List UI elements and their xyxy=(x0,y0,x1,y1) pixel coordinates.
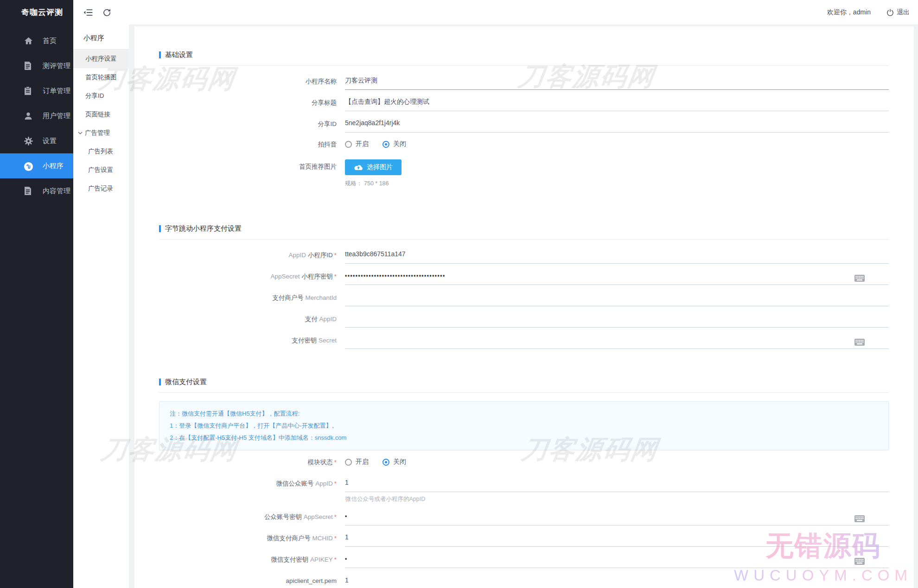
power-icon xyxy=(886,9,894,16)
field-label: 微信公众账号 AppID* xyxy=(159,480,345,492)
keyboard-icon[interactable] xyxy=(854,515,865,522)
field-label: 支付商户号 MerchantId xyxy=(159,294,345,306)
form-row: apiclient_cert.pem 1 xyxy=(159,576,889,588)
share-title-input[interactable]: 【点击查询】超火的心理测试 xyxy=(345,98,889,111)
form-row: 微信支付密钥 APIKEY* • xyxy=(159,547,889,568)
bd-merchantid-input[interactable] xyxy=(345,293,889,306)
title-accent-bar xyxy=(159,379,161,386)
image-spec-text: 规格： 750 * 186 xyxy=(345,180,889,188)
note-line: 1：登录【微信支付商户平台】，打开【产品中心-开发配置】。 xyxy=(170,420,878,432)
douyin-radio-group: 开启 关闭 xyxy=(345,140,889,153)
sidebar-item-users[interactable]: 用户管理 xyxy=(0,103,73,128)
form-row: 分享ID 5ne2jaq8a2f1j4rj4k xyxy=(159,111,889,133)
chevron-down-icon xyxy=(78,132,83,134)
form-row: AppID 小程序ID* ttea3b9c867511a147 xyxy=(159,242,889,264)
wx-mchid-input[interactable]: 1 xyxy=(345,533,889,547)
wx-appsecret-input[interactable]: • xyxy=(345,512,889,525)
logout-button[interactable]: 退出 xyxy=(886,8,910,17)
menu-fold-icon[interactable] xyxy=(83,8,93,17)
content-area[interactable]: 基础设置 小程序名称 刀客云评测 分享标题 【点击查询】超火的心理测试 xyxy=(129,25,918,588)
section-title: 字节跳动小程序支付设置 xyxy=(159,224,889,233)
submenu-item-ad-records[interactable]: 广告记录 xyxy=(73,179,129,198)
field-label: 首页推荐图片 xyxy=(159,153,345,175)
report-icon xyxy=(24,62,33,70)
form-row: 分享标题 【点击查询】超火的心理测试 xyxy=(159,90,889,111)
bd-pay-secret-input[interactable] xyxy=(345,335,889,349)
home-image-upload: 选择图片 规格： 750 * 186 xyxy=(345,153,889,191)
form-row: 微信公众账号 AppID* 1 xyxy=(159,471,889,492)
radio-circle xyxy=(345,459,352,466)
topbar: 欢迎你，admin 退出 xyxy=(73,0,918,25)
submenu-item-ad-management[interactable]: 广告管理 xyxy=(73,124,129,142)
sidebar-item-label: 订单管理 xyxy=(43,87,70,95)
miniapp-name-input[interactable]: 刀客云评测 xyxy=(345,76,889,90)
sidebar-item-content[interactable]: 内容管理 xyxy=(0,178,73,203)
miniprogram-icon xyxy=(24,162,33,171)
field-label: 模块状态* xyxy=(159,458,345,471)
wx-appid-input[interactable]: 1 xyxy=(345,479,889,492)
submenu-title: 小程序 xyxy=(73,25,129,49)
bd-appsecret-input[interactable]: •••••••••••••••••••••••••••••••••••••• xyxy=(345,272,889,285)
radio-module-off[interactable]: 关闭 xyxy=(382,458,406,466)
field-label: 小程序名称 xyxy=(159,77,345,90)
title-accent-bar xyxy=(159,51,161,58)
note-line: 2：在【支付配置-H5支付-H5 支付域名】中添加域名：snssdk.com xyxy=(170,432,878,444)
submenu-item-ad-settings[interactable]: 广告设置 xyxy=(73,161,129,179)
field-label: apiclient_cert.pem xyxy=(159,576,345,588)
radio-douyin-on[interactable]: 开启 xyxy=(345,140,369,148)
field-label: 支付密钥 Secret xyxy=(159,336,345,349)
keyboard-icon[interactable] xyxy=(854,558,865,565)
field-label: AppID 小程序ID* xyxy=(159,251,345,264)
radio-module-on[interactable]: 开启 xyxy=(345,458,369,466)
field-label: 分享标题 xyxy=(159,99,345,111)
choose-image-button[interactable]: 选择图片 xyxy=(345,159,402,175)
user-icon xyxy=(24,112,33,120)
submenu-item-miniprogram-settings[interactable]: 小程序设置 xyxy=(73,50,129,68)
keyboard-icon[interactable] xyxy=(854,339,865,346)
submenu-item-home-carousel[interactable]: 首页轮播图 xyxy=(73,68,129,87)
wx-apikey-input[interactable]: • xyxy=(345,555,889,568)
order-icon xyxy=(24,87,33,95)
section-wechat-pay: 微信支付设置 注：微信支付需开通【微信H5支付】，配置流程: 1：登录【微信支付… xyxy=(159,378,889,588)
share-id-input[interactable]: 5ne2jaq8a2f1j4rj4k xyxy=(345,119,889,133)
sidebar-item-orders[interactable]: 订单管理 xyxy=(0,78,73,103)
radio-circle xyxy=(382,459,389,466)
refresh-icon[interactable] xyxy=(103,8,112,17)
section-title: 基础设置 xyxy=(159,51,889,59)
main-nav: 首页 测评管理 订单管理 用户管理 设置 小程序 xyxy=(0,28,73,203)
field-hint: 微信公众号或者小程序的AppID xyxy=(345,492,889,504)
submenu-item-share-id[interactable]: 分享ID xyxy=(73,87,129,105)
keyboard-icon[interactable] xyxy=(854,275,865,282)
radio-circle xyxy=(382,141,389,148)
field-label: 公众账号密钥 AppSecret* xyxy=(159,513,345,525)
submenu-item-ad-list[interactable]: 广告列表 xyxy=(73,142,129,161)
sidebar-item-label: 首页 xyxy=(43,37,57,45)
sidebar-item-label: 用户管理 xyxy=(43,112,70,120)
form-row: 模块状态* 开启 关闭 xyxy=(159,450,889,471)
sidebar-item-evaluation[interactable]: 测评管理 xyxy=(0,53,73,78)
form-row: 小程序名称 刀客云评测 xyxy=(159,69,889,90)
cloud-upload-icon xyxy=(354,164,363,171)
wechat-pay-note: 注：微信支付需开通【微信H5支付】，配置流程: 1：登录【微信支付商户平台】，打… xyxy=(159,401,889,450)
radio-douyin-off[interactable]: 关闭 xyxy=(382,140,406,148)
form-row: 首页推荐图片 选择图片 规格： 750 * 186 xyxy=(159,153,889,196)
bd-appid-input[interactable]: ttea3b9c867511a147 xyxy=(345,250,889,264)
field-label: AppSecret 小程序密钥* xyxy=(159,272,345,285)
submenu: 小程序 小程序设置 首页轮播图 分享ID 页面链接 广告管理 广告列表 广告设置… xyxy=(73,25,129,588)
module-status-radio-group: 开启 关闭 xyxy=(345,458,889,471)
apiclient-cert-textarea[interactable]: 1 xyxy=(345,576,889,588)
sidebar-item-miniprogram[interactable]: 小程序 xyxy=(0,153,73,178)
gear-icon xyxy=(24,137,33,145)
sidebar-item-label: 内容管理 xyxy=(43,187,70,196)
form-row: 支付商户号 MerchantId xyxy=(159,285,889,306)
section-title: 微信支付设置 xyxy=(159,378,889,386)
welcome-text: 欢迎你，admin xyxy=(827,8,871,17)
bd-pay-appid-input[interactable] xyxy=(345,314,889,328)
form-row: 微信支付商户号 MCHID* 1 xyxy=(159,525,889,547)
sidebar-item-settings[interactable]: 设置 xyxy=(0,128,73,153)
sidebar-item-home[interactable]: 首页 xyxy=(0,28,73,53)
section-basic-settings: 基础设置 小程序名称 刀客云评测 分享标题 【点击查询】超火的心理测试 xyxy=(159,51,889,196)
form-row: 公众账号密钥 AppSecret* • xyxy=(159,504,889,525)
form-row: 支付 AppID xyxy=(159,306,889,328)
submenu-item-page-links[interactable]: 页面链接 xyxy=(73,105,129,124)
